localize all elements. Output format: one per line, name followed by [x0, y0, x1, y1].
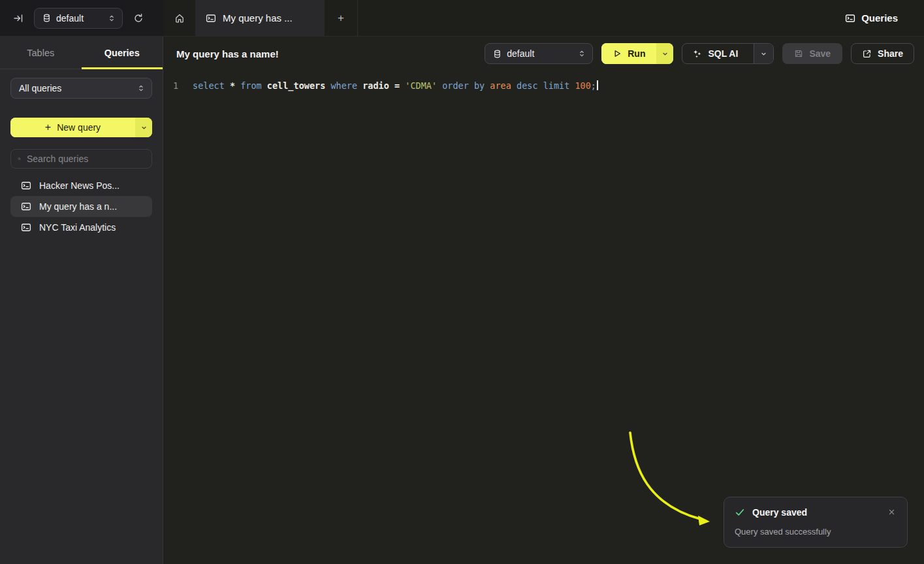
main-panel: My query has a name! default Run — [163, 37, 924, 564]
sidebar-tabs: Tables Queries — [0, 37, 163, 69]
query-icon — [21, 201, 31, 212]
code-token — [437, 80, 442, 91]
toast-title: Query saved — [752, 507, 880, 518]
share-label: Share — [878, 48, 903, 59]
tab-my-query[interactable]: My query has ... — [195, 0, 325, 36]
code-token — [357, 80, 362, 91]
code-token: 100 — [575, 80, 590, 91]
search-queries-box — [10, 149, 152, 169]
sparkles-icon — [692, 49, 702, 59]
query-icon — [21, 180, 31, 191]
play-icon — [613, 49, 622, 58]
query-header: My query has a name! default Run — [163, 37, 924, 71]
sidebar-content: All queries + New query — [0, 69, 163, 246]
queries-icon — [845, 13, 855, 24]
code-token: desc — [517, 80, 538, 91]
run-button[interactable]: Run — [601, 43, 673, 64]
topbar: default My query has ... + Queries — [0, 0, 924, 37]
text-cursor — [597, 80, 598, 90]
query-icon — [21, 222, 31, 233]
body-row: Tables Queries All queries + New query — [0, 37, 924, 564]
queries-breadcrumb: Queries — [845, 0, 924, 36]
home-icon — [174, 13, 185, 24]
sidebar-tab-queries[interactable]: Queries — [82, 37, 163, 69]
save-icon — [794, 49, 803, 58]
code-token: * — [230, 80, 235, 91]
sql-ai-dropdown[interactable] — [754, 44, 773, 63]
updown-chevron-icon — [108, 14, 116, 22]
code-token — [262, 80, 267, 91]
run-database-selector[interactable]: default — [485, 43, 593, 64]
new-query-dropdown[interactable] — [135, 118, 152, 137]
code-token: ; — [591, 80, 596, 91]
share-button[interactable]: Share — [851, 43, 914, 64]
code-token: radio — [362, 80, 389, 91]
query-list-item[interactable]: Hacker News Pos... — [10, 175, 152, 196]
code-token: where — [330, 80, 357, 91]
sidebar-tab-tables[interactable]: Tables — [0, 37, 82, 69]
code-line: 1 select * from cell_towers where radio … — [163, 71, 924, 92]
run-options-dropdown[interactable] — [656, 43, 673, 64]
chevron-down-icon — [760, 50, 767, 58]
run-button-main: Run — [601, 43, 656, 64]
new-tab-button[interactable]: + — [325, 0, 357, 36]
app-window: default My query has ... + Queries — [0, 0, 924, 564]
toast-header: Query saved — [735, 506, 897, 518]
code-token: order — [442, 80, 469, 91]
code-token: select — [193, 80, 225, 91]
topbar-tabs-section: My query has ... + Queries — [163, 0, 924, 37]
tab-label: My query has ... — [223, 12, 293, 24]
collapse-sidebar-button[interactable] — [13, 13, 24, 24]
search-queries-input[interactable] — [27, 154, 145, 164]
code-token: 'CDMA' — [405, 80, 437, 91]
chevron-down-icon — [140, 124, 148, 131]
home-button[interactable] — [163, 0, 195, 36]
code-token: limit — [543, 80, 570, 91]
sql-code: select * from cell_towers where radio = … — [193, 80, 596, 91]
code-token — [225, 80, 230, 91]
sql-ai-label: SQL AI — [708, 48, 738, 59]
query-item-label: NYC Taxi Analytics — [39, 222, 116, 233]
run-label: Run — [628, 48, 645, 59]
query-filter-value: All queries — [19, 83, 61, 93]
chevron-down-icon — [661, 50, 669, 58]
new-query-button[interactable]: + New query — [10, 118, 152, 137]
query-tab-icon — [206, 13, 216, 24]
updown-chevron-icon — [137, 84, 145, 92]
code-token — [511, 80, 517, 91]
topbar-spacer — [358, 0, 845, 36]
query-list-item[interactable]: NYC Taxi Analytics — [10, 217, 152, 238]
close-icon — [888, 508, 895, 516]
sql-ai-button[interactable]: SQL AI — [682, 43, 774, 64]
query-list-item-selected[interactable]: My query has a n... — [10, 196, 152, 217]
save-button[interactable]: Save — [782, 43, 842, 64]
topbar-left-section: default — [0, 0, 163, 37]
refresh-button[interactable] — [133, 13, 144, 24]
code-token: from — [240, 80, 262, 91]
code-token — [235, 80, 240, 91]
code-token — [469, 80, 474, 91]
code-content: select * from cell_towers where radio = … — [193, 79, 598, 92]
database-icon — [493, 50, 502, 58]
save-label: Save — [809, 48, 831, 59]
updown-chevron-icon — [578, 50, 586, 58]
refresh-icon — [133, 13, 144, 24]
query-item-label: Hacker News Pos... — [39, 180, 119, 191]
toast-message: Query saved successfully — [735, 527, 897, 537]
sidebar: Tables Queries All queries + New query — [0, 37, 163, 564]
sql-editor[interactable]: 1 select * from cell_towers where radio … — [163, 71, 924, 564]
new-query-main: + New query — [10, 118, 135, 137]
new-query-label: New query — [57, 122, 101, 133]
toast-query-saved: Query saved Query saved successfully — [724, 497, 908, 548]
code-token: by — [474, 80, 485, 91]
saved-query-list: Hacker News Pos... My query has a n... N… — [10, 175, 152, 238]
code-token: = — [394, 80, 400, 91]
queries-breadcrumb-label: Queries — [861, 12, 898, 24]
code-token: cell_towers — [267, 80, 325, 91]
query-filter-select[interactable]: All queries — [10, 78, 152, 99]
line-number: 1 — [163, 79, 180, 92]
plus-icon: + — [45, 122, 51, 133]
run-database-value: default — [507, 48, 573, 59]
database-selector[interactable]: default — [34, 8, 123, 29]
toast-close-button[interactable] — [887, 506, 897, 518]
